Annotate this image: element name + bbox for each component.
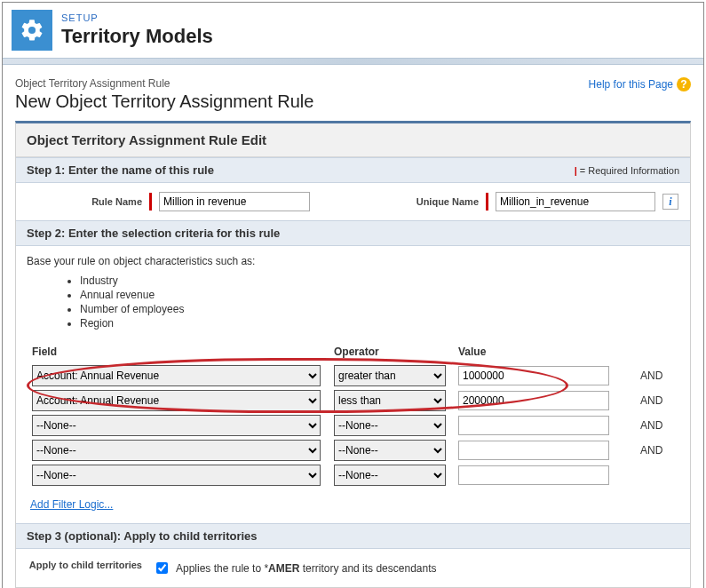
list-item: Region xyxy=(80,317,679,330)
criteria-row: --None----None--AND xyxy=(27,440,679,461)
list-item: Number of employees xyxy=(80,303,679,315)
panel-title: Object Territory Assignment Rule Edit xyxy=(16,123,690,157)
and-label: AND xyxy=(635,365,679,386)
step1-bar: Step 1: Enter the name of this rule |= R… xyxy=(16,157,690,183)
and-label: AND xyxy=(635,440,679,461)
step1-title: Step 1: Enter the name of this rule xyxy=(27,163,214,177)
criteria-row: Account: Annual Revenueless thanAND xyxy=(27,390,679,411)
field-select[interactable]: --None-- xyxy=(32,415,321,436)
gear-icon xyxy=(12,10,52,51)
field-select[interactable]: --None-- xyxy=(32,465,321,486)
unique-name-input[interactable] xyxy=(496,192,655,211)
apply-to-child-label: Apply to child territories xyxy=(27,560,142,571)
and-label: AND xyxy=(635,415,679,436)
value-input[interactable] xyxy=(458,366,609,385)
info-icon[interactable]: i xyxy=(662,194,678,210)
criteria-row: --None----None--AND xyxy=(27,415,679,436)
step3-title: Step 3 (optional): Apply to child territ… xyxy=(27,529,258,543)
apply-rule-text: Applies the rule to *AMER territory and … xyxy=(176,562,436,575)
field-select[interactable]: Account: Annual Revenue xyxy=(32,365,321,386)
help-link[interactable]: Help for this Page ? xyxy=(589,77,691,91)
step3-bar: Step 3 (optional): Apply to child territ… xyxy=(16,523,690,549)
list-item: Annual revenue xyxy=(80,289,679,301)
criteria-rows: Account: Annual Revenuegreater thanANDAc… xyxy=(27,365,679,486)
page-subtitle: New Object Territory Assignment Rule xyxy=(15,91,313,112)
value-input[interactable] xyxy=(458,465,609,485)
characteristics-list: IndustryAnnual revenueNumber of employee… xyxy=(80,274,679,330)
required-info: = Required Information xyxy=(580,165,679,176)
value-input[interactable] xyxy=(458,416,609,435)
operator-select[interactable]: --None-- xyxy=(334,415,446,436)
and-label: AND xyxy=(635,390,679,411)
operator-select[interactable]: --None-- xyxy=(334,440,446,461)
required-indicator xyxy=(486,193,488,211)
operator-select[interactable]: less than xyxy=(334,390,446,411)
required-indicator xyxy=(149,193,152,211)
operator-select[interactable]: --None-- xyxy=(334,465,446,486)
criteria-table: Field Operator Value Account: Annual Rev… xyxy=(27,342,679,489)
and-label xyxy=(635,465,679,486)
field-select[interactable]: Account: Annual Revenue xyxy=(32,390,321,411)
criteria-row: Account: Annual Revenuegreater thanAND xyxy=(27,365,679,386)
setup-label: SETUP xyxy=(61,12,213,23)
help-link-text: Help for this Page xyxy=(589,78,673,91)
breadcrumb: Object Territory Assignment Rule xyxy=(15,77,313,90)
col-value: Value xyxy=(453,346,635,362)
criteria-row: --None----None-- xyxy=(27,465,679,486)
value-input[interactable] xyxy=(458,391,609,410)
col-operator: Operator xyxy=(329,346,453,362)
add-filter-logic-link[interactable]: Add Filter Logic... xyxy=(30,498,113,511)
step2-title: Step 2: Enter the selection criteria for… xyxy=(27,226,280,240)
step2-hint: Base your rule on object characteristics… xyxy=(27,255,679,267)
rule-name-input[interactable] xyxy=(159,192,310,211)
unique-name-label: Unique Name xyxy=(390,196,479,207)
rule-name-label: Rule Name xyxy=(27,196,142,207)
col-field: Field xyxy=(27,346,329,362)
operator-select[interactable]: greater than xyxy=(334,365,446,386)
apply-to-child-checkbox[interactable] xyxy=(156,562,168,574)
decorative-bar xyxy=(3,58,703,65)
list-item: Industry xyxy=(80,274,679,287)
field-select[interactable]: --None-- xyxy=(32,440,321,461)
help-icon: ? xyxy=(677,77,691,91)
value-input[interactable] xyxy=(458,441,609,460)
step2-bar: Step 2: Enter the selection criteria for… xyxy=(16,220,690,246)
page-title: Territory Models xyxy=(61,25,213,48)
